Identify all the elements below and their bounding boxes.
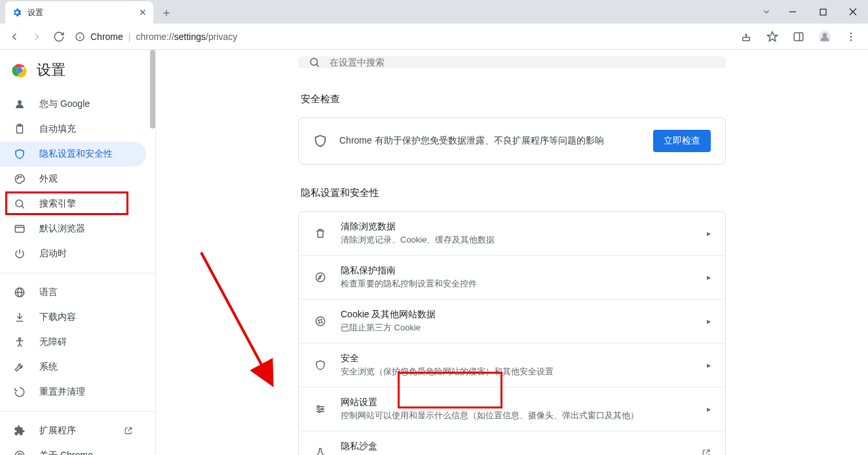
puzzle-icon	[13, 425, 26, 437]
svg-point-49	[318, 410, 320, 412]
sidebar-item-about[interactable]: 关于 Chrome	[0, 443, 146, 455]
kebab-menu-icon[interactable]	[842, 28, 860, 46]
svg-marker-38	[318, 275, 322, 279]
row-sub: 控制网站可以使用和显示什么信息（如位置信息、摄像头、弹出式窗口及其他）	[341, 410, 694, 422]
browser-tab[interactable]: 设置 ✕	[5, 1, 153, 24]
svg-point-25	[16, 200, 23, 207]
svg-point-15	[850, 39, 852, 41]
site-info-icon[interactable]	[75, 31, 85, 42]
svg-marker-8	[768, 31, 778, 41]
sidebar-item-extensions[interactable]: 扩展程序	[0, 418, 146, 443]
wrench-icon	[13, 361, 26, 373]
row-sub: 已阻止第三方 Cookie	[341, 322, 694, 334]
svg-point-19	[18, 100, 22, 104]
chrome-logo-icon	[12, 62, 28, 78]
sidebar-item-reset[interactable]: 重置并清理	[0, 380, 146, 405]
chevron-right-icon: ▸	[707, 361, 711, 370]
row-cookies[interactable]: Cookie 及其他网站数据已阻止第三方 Cookie ▸	[299, 299, 725, 343]
nav-reload-button[interactable]	[50, 28, 68, 46]
row-privacy-sandbox[interactable]: 隐私沙盒试用版功能已开启	[299, 431, 725, 455]
sidebar-item-default-browser[interactable]: 默认浏览器	[0, 216, 146, 241]
tune-icon	[313, 403, 328, 415]
svg-point-32	[19, 338, 21, 340]
sidebar-item-system[interactable]: 系统	[0, 355, 146, 380]
svg-point-41	[321, 319, 322, 321]
chrome-small-icon	[13, 450, 26, 455]
sidebar-item-languages[interactable]: 语言	[0, 280, 146, 305]
bookmark-star-icon[interactable]	[763, 28, 782, 46]
sidebar-item-label: 系统	[39, 361, 58, 373]
side-panel-icon[interactable]	[789, 28, 808, 46]
svg-rect-9	[794, 33, 803, 41]
sidebar-item-on-startup[interactable]: 启动时	[0, 241, 146, 266]
sidebar-item-label: 重置并清理	[39, 386, 85, 398]
window-maximize-button[interactable]	[808, 0, 838, 24]
svg-point-43	[322, 322, 323, 323]
settings-search[interactable]	[298, 56, 726, 68]
share-icon[interactable]	[737, 28, 755, 46]
window-controls	[762, 0, 868, 24]
palette-icon	[13, 173, 26, 185]
svg-point-48	[322, 408, 324, 410]
row-title: 隐私沙盒	[341, 441, 689, 452]
settings-search-input[interactable]	[330, 57, 715, 68]
sidebar-item-label: 无障碍	[39, 336, 67, 348]
svg-point-39	[316, 317, 325, 326]
svg-point-23	[18, 176, 20, 178]
window-minimize-button[interactable]	[778, 0, 808, 24]
nav-forward-button[interactable]	[28, 28, 46, 46]
sidebar-item-search-engine[interactable]: 搜索引擎	[0, 191, 146, 216]
sidebar-item-label: 外观	[39, 173, 58, 185]
sidebar-item-label: 隐私设置和安全性	[39, 148, 113, 160]
toolbar: Chrome | chrome://settings/privacy	[0, 24, 868, 50]
person-icon	[13, 98, 26, 110]
sidebar-item-accessibility[interactable]: 无障碍	[0, 330, 146, 355]
globe-icon	[13, 287, 26, 298]
trash-icon	[313, 227, 328, 239]
nav-back-button[interactable]	[5, 28, 24, 46]
sidebar-item-label: 关于 Chrome	[39, 450, 93, 455]
safety-check-text: Chrome 有助于保护您免受数据泄露、不良扩展程序等问题的影响	[339, 135, 641, 147]
search-icon	[309, 56, 320, 68]
sidebar-item-label: 您与 Google	[39, 98, 90, 110]
sidebar-item-autofill[interactable]: 自动填充	[0, 117, 146, 142]
safety-check-card: Chrome 有助于保护您免受数据泄露、不良扩展程序等问题的影响 立即检查	[298, 117, 726, 165]
tabs-chevron-icon[interactable]	[762, 0, 771, 24]
sidebar-item-appearance[interactable]: 外观	[0, 167, 146, 191]
sidebar-item-label: 默认浏览器	[39, 223, 85, 235]
sidebar-item-you-and-google[interactable]: 您与 Google	[0, 92, 146, 117]
sidebar: 设置 您与 Google 自动填充 隐私设置和安全性 外观 搜索引擎 默认浏览器…	[0, 50, 156, 455]
gear-icon	[12, 7, 22, 18]
svg-point-40	[318, 320, 320, 321]
row-privacy-guide[interactable]: 隐私保护指南检查重要的隐私控制设置和安全控件 ▸	[299, 255, 725, 299]
tab-close-icon[interactable]: ✕	[139, 7, 147, 18]
row-title: 隐私保护指南	[341, 265, 694, 277]
sidebar-item-downloads[interactable]: 下载内容	[0, 305, 146, 330]
search-icon	[13, 198, 26, 210]
sidebar-separator	[0, 411, 155, 412]
row-clear-data[interactable]: 清除浏览数据清除浏览记录、Cookie、缓存及其他数据 ▸	[299, 212, 725, 255]
chevron-right-icon: ▸	[707, 229, 711, 238]
run-safety-check-button[interactable]: 立即检查	[653, 130, 711, 152]
row-site-settings[interactable]: 网站设置控制网站可以使用和显示什么信息（如位置信息、摄像头、弹出式窗口及其他） …	[299, 387, 725, 431]
window-close-button[interactable]	[838, 0, 868, 24]
sidebar-scrollbar[interactable]	[150, 50, 155, 129]
row-security[interactable]: 安全安全浏览（保护您免受危险网站的侵害）和其他安全设置 ▸	[299, 343, 725, 387]
sidebar-item-label: 搜索引擎	[39, 198, 76, 210]
sidebar-item-label: 下载内容	[39, 311, 76, 323]
restore-icon	[13, 386, 26, 398]
svg-line-51	[201, 252, 270, 380]
row-sub: 清除浏览记录、Cookie、缓存及其他数据	[341, 234, 694, 246]
row-sub: 检查重要的隐私控制设置和安全控件	[341, 278, 694, 290]
brand-title: 设置	[37, 60, 66, 80]
row-title: 安全	[341, 353, 694, 365]
profile-avatar-icon[interactable]	[816, 28, 834, 46]
shield-icon	[313, 359, 328, 371]
svg-point-47	[318, 406, 320, 408]
new-tab-button[interactable]: ＋	[157, 3, 176, 22]
sidebar-item-privacy[interactable]: 隐私设置和安全性	[0, 142, 146, 167]
row-title: 清除浏览数据	[341, 221, 694, 233]
external-link-icon	[124, 426, 133, 435]
sidebar-item-label: 语言	[39, 287, 58, 298]
omnibox[interactable]: Chrome | chrome://settings/privacy	[75, 31, 237, 42]
